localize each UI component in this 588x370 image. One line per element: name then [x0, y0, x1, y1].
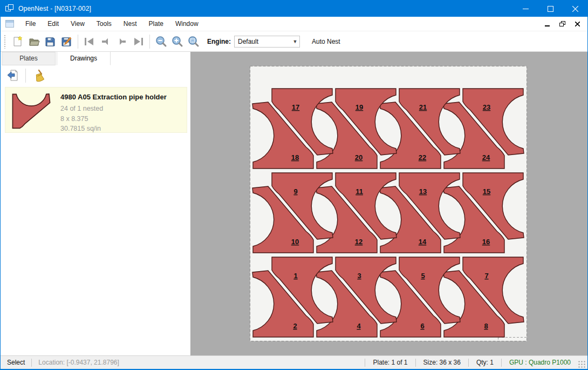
- drawing-size: 8 x 8.375: [60, 114, 167, 124]
- go-next-icon: [115, 36, 128, 47]
- menu-item-window[interactable]: Window: [169, 17, 204, 31]
- zoom-fit-button[interactable]: [186, 33, 202, 50]
- maximize-button[interactable]: [538, 1, 563, 17]
- part-number-label: 24: [482, 153, 490, 162]
- part-thumbnail: [11, 92, 52, 129]
- part-number-label: 3: [357, 272, 361, 280]
- zoom-in-button[interactable]: [169, 33, 186, 50]
- minimize-icon: [523, 6, 529, 12]
- drawing-list: 4980 A05 Extraction pipe holder 24 of 1 …: [1, 85, 190, 355]
- nest-canvas[interactable]: 182022241719212310121416911131524681357: [191, 52, 587, 355]
- plate-view[interactable]: 182022241719212310121416911131524681357: [191, 52, 588, 356]
- status-bar: Select Location: [-0.9437, 21.8796] Plat…: [1, 355, 587, 369]
- mdi-window-controls: [543, 21, 581, 27]
- clean-broom-icon: [32, 69, 45, 82]
- part-number-label: 23: [483, 103, 490, 111]
- menu-item-file[interactable]: File: [19, 17, 42, 31]
- tab-drawings[interactable]: Drawings: [57, 51, 111, 65]
- toolbar-separator: [149, 35, 150, 49]
- import-drawing-icon: [6, 69, 19, 82]
- mdi-minimize-button[interactable]: [543, 21, 551, 27]
- part-number-label: 9: [293, 187, 297, 196]
- clean-broom-button[interactable]: [30, 68, 46, 84]
- go-next-button[interactable]: [114, 33, 130, 50]
- menu-item-nest[interactable]: Nest: [118, 17, 143, 31]
- save-as-icon: [60, 36, 72, 48]
- go-first-button[interactable]: [81, 33, 98, 50]
- part-number-label: 4: [357, 322, 361, 330]
- zoom-out-button[interactable]: [153, 33, 169, 50]
- title-bar[interactable]: OpenNest - [N0317-002]: [1, 1, 587, 17]
- status-qty: Qty: 1: [469, 359, 501, 366]
- part-number-label: 10: [291, 238, 299, 246]
- zoom-fit-icon: [187, 35, 200, 48]
- open-folder-button[interactable]: [26, 33, 42, 50]
- minimize-button[interactable]: [513, 1, 538, 17]
- part-number-label: 22: [419, 153, 426, 162]
- close-icon: [572, 6, 578, 12]
- go-last-button[interactable]: [130, 33, 146, 50]
- application-window: OpenNest - [N0317-002] FileEditViewTools…: [0, 0, 588, 370]
- maximize-icon: [548, 6, 553, 12]
- drawings-toolbar: [1, 65, 190, 85]
- drawing-area: 30.7815 sq/in: [60, 124, 167, 134]
- status-plate: Plate: 1 of 1: [365, 359, 415, 366]
- go-first-icon: [83, 36, 96, 47]
- new-file-icon: [12, 36, 24, 48]
- go-previous-icon: [99, 36, 112, 47]
- part-number-label: 19: [355, 103, 363, 111]
- document-icon: [5, 20, 14, 28]
- menu-item-tools[interactable]: Tools: [91, 17, 118, 31]
- auto-nest-button[interactable]: Auto Nest: [307, 36, 345, 48]
- mdi-restore-icon: [559, 21, 565, 27]
- engine-label: Engine:: [207, 38, 231, 45]
- part-number-label: 5: [421, 272, 425, 280]
- menu-bar: FileEditViewToolsNestPlateWindow: [1, 17, 587, 31]
- mdi-close-icon: [575, 22, 580, 26]
- status-mode: Select: [1, 359, 31, 366]
- tab-plates[interactable]: Plates: [2, 52, 56, 65]
- drawing-list-item-selected[interactable]: 4980 A05 Extraction pipe holder 24 of 1 …: [5, 87, 187, 133]
- part-number-label: 20: [355, 153, 363, 162]
- status-gpu: GPU : Quadro P1000: [502, 359, 578, 366]
- mdi-close-button[interactable]: [573, 21, 581, 27]
- go-previous-button[interactable]: [98, 33, 114, 50]
- save-icon: [44, 36, 56, 48]
- part-number-label: 2: [293, 322, 297, 330]
- part-number-label: 13: [419, 187, 427, 196]
- part-number-label: 1: [293, 272, 297, 280]
- menu-item-view[interactable]: View: [65, 17, 91, 31]
- part-number-label: 7: [484, 272, 488, 280]
- part-number-label: 15: [483, 187, 490, 196]
- close-button[interactable]: [563, 1, 587, 17]
- chevron-down-icon[interactable]: ▼: [291, 39, 299, 44]
- status-location: Location: [-0.9437, 21.8796]: [32, 359, 125, 366]
- engine-selected-value: Default: [235, 38, 291, 45]
- tab-strip: PlatesDrawings: [1, 52, 190, 65]
- status-size: Size: 36 x 36: [416, 359, 468, 366]
- zoom-in-icon: [171, 35, 184, 48]
- drawing-nested-count: 24 of 1 nested: [60, 104, 167, 114]
- menu-item-edit[interactable]: Edit: [42, 17, 65, 31]
- zoom-out-icon: [155, 35, 168, 48]
- go-last-icon: [132, 36, 145, 47]
- new-file-button[interactable]: [10, 33, 26, 50]
- save-as-button[interactable]: [58, 33, 74, 50]
- menu-item-plate[interactable]: Plate: [143, 17, 169, 31]
- part-number-label: 8: [484, 322, 488, 330]
- resize-grip[interactable]: [578, 361, 586, 368]
- part-number-label: 6: [420, 322, 424, 330]
- drawing-title: 4980 A05 Extraction pipe holder: [60, 93, 167, 101]
- engine-select[interactable]: Default ▼: [234, 36, 300, 48]
- left-panel: PlatesDrawings: [1, 52, 191, 355]
- save-button[interactable]: [42, 33, 58, 50]
- main-toolbar: Engine: Default ▼ Auto Nest: [1, 31, 587, 52]
- part-number-label: 21: [419, 103, 427, 111]
- toolbar-grip[interactable]: [4, 35, 6, 49]
- mdi-restore-button[interactable]: [558, 21, 566, 27]
- part-number-label: 18: [291, 153, 299, 162]
- mdi-minimize-icon: [545, 22, 550, 26]
- window-title: OpenNest - [N0317-002]: [18, 5, 91, 12]
- open-folder-icon: [28, 36, 40, 48]
- import-drawing-button[interactable]: [5, 68, 21, 84]
